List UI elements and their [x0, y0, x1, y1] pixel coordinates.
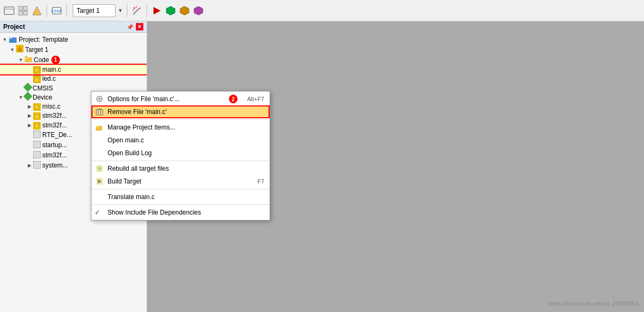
svg-marker-14 [154, 7, 160, 14]
ledc-label: led.c [42, 75, 56, 82]
mainc-label: main.c [42, 66, 61, 73]
expand-system[interactable]: ▶ [26, 163, 33, 168]
tree-code[interactable]: ▼ Code 1 [0, 55, 147, 65]
build-shortcut: F7 [247, 178, 264, 185]
svg-point-11 [133, 7, 135, 9]
svg-marker-17 [194, 6, 203, 15]
stm32f1-label: stm32f... [42, 112, 67, 119]
toolbar-run-icon[interactable] [151, 5, 163, 17]
expand-stm32f2[interactable]: ▶ [26, 123, 33, 128]
mainc-icon: c [33, 65, 41, 74]
svg-rect-5 [24, 11, 27, 15]
menu-item-rebuild[interactable]: ⟳ Rebuild all target files [91, 162, 270, 175]
menu-item-show-include[interactable]: ✓ Show Include File Dependencies [91, 206, 270, 219]
menu-item-manage[interactable]: Manage Project Items... [91, 121, 270, 134]
manage-icon [95, 123, 104, 132]
project-panel-title: Project [3, 23, 25, 31]
stm32f2-icon: c [33, 121, 41, 130]
tree-mainc[interactable]: c main.c [0, 65, 147, 74]
panel-controls: 📌 ✕ [126, 23, 143, 31]
startup-icon [33, 141, 41, 150]
miscc-icon: c [33, 102, 41, 111]
svg-rect-19 [9, 37, 12, 39]
svg-rect-33 [96, 126, 98, 127]
expand-stm32f1[interactable]: ▶ [26, 113, 33, 118]
svg-point-12 [136, 6, 137, 7]
svg-rect-3 [24, 6, 27, 10]
rtede-icon [33, 131, 41, 140]
svg-marker-24 [25, 56, 28, 57]
target-dropdown[interactable]: Target 1 [73, 4, 116, 17]
svg-point-13 [133, 10, 134, 11]
project-panel: Project 📌 ✕ ▼ Project: Template [0, 21, 147, 312]
project-panel-header: Project 📌 ✕ [0, 21, 147, 33]
build-label: Build Target [108, 178, 141, 185]
device-icon [25, 93, 31, 101]
context-menu: Options for File 'main.c'... Alt+F7 2 Re… [91, 91, 270, 220]
expand-miscc[interactable]: ▶ [26, 104, 33, 109]
menu-item-open-log[interactable]: Open Build Log [91, 147, 270, 159]
toolbar-extra-icon[interactable] [193, 5, 204, 17]
system-label: system... [42, 162, 68, 169]
options-icon [95, 94, 104, 104]
stm32f3-label: stm32f... [42, 151, 67, 159]
expand-target1[interactable]: ▼ [9, 47, 16, 52]
menu-item-translate[interactable]: Translate main.c [91, 191, 270, 203]
open-label: Open main.c [108, 136, 144, 144]
svg-marker-16 [180, 6, 189, 15]
svg-text:⟳: ⟳ [98, 166, 102, 171]
expand-code[interactable]: ▼ [17, 57, 25, 63]
manage-label: Manage Project Items... [108, 124, 175, 131]
target1-icon [16, 45, 24, 54]
tree-ledc[interactable]: c led.c [0, 74, 147, 84]
rebuild-label: Rebuild all target files [108, 165, 169, 172]
toolbar-magic-icon[interactable] [131, 5, 143, 17]
close-panel-button[interactable]: ✕ [136, 23, 143, 31]
menu-item-open[interactable]: Open main.c [91, 134, 270, 147]
tree-root[interactable]: ▼ Project: Template [0, 35, 147, 44]
main-layout: Project 📌 ✕ ▼ Project: Template [0, 21, 644, 312]
build-icon [95, 177, 104, 186]
toolbar-sep-1 [47, 4, 47, 17]
svg-rect-0 [4, 7, 14, 14]
expand-root[interactable]: ▼ [1, 37, 9, 42]
annotation-badge-2: 2 [229, 95, 237, 103]
svg-rect-4 [19, 11, 22, 15]
expand-rtede [26, 132, 33, 138]
cmsis-label: CMSIS [33, 85, 53, 92]
svg-line-9 [133, 9, 139, 14]
checkmark-icon: ✓ [95, 209, 100, 216]
svg-marker-6 [33, 6, 41, 15]
system-icon [33, 161, 41, 170]
menu-sep-4 [91, 204, 270, 205]
open-log-icon [95, 148, 104, 158]
stm32f3-icon [33, 151, 41, 160]
ledc-icon: c [33, 75, 41, 83]
toolbar-stop-icon[interactable] [165, 5, 177, 17]
toolbar-icon-3[interactable] [31, 5, 43, 17]
expand-ledc [26, 76, 33, 81]
stm32f1-icon: c [33, 112, 41, 120]
code-folder-icon [25, 55, 32, 64]
menu-sep-2 [91, 161, 270, 161]
menu-item-build[interactable]: Build Target F7 [91, 175, 270, 188]
toolbar-icon-2[interactable] [17, 5, 29, 17]
target-area[interactable]: Target 1 ▼ [73, 4, 123, 17]
toolbar-icon-4[interactable]: LOAD [51, 5, 63, 17]
toolbar-step-icon[interactable] [179, 5, 190, 17]
options-shortcut: Alt+F7 [236, 96, 264, 102]
toolbar-icon-1[interactable] [3, 5, 15, 17]
miscc-label: misc.c [42, 103, 60, 110]
device-label: Device [33, 94, 52, 101]
annotation-badge-1: 1 [51, 56, 60, 64]
remove-icon [95, 107, 104, 117]
menu-item-remove[interactable]: Remove File 'main.c' [91, 105, 270, 118]
open-log-label: Open Build Log [108, 149, 152, 157]
show-include-label: Show Include File Dependencies [108, 209, 201, 216]
dropdown-arrow-btn[interactable]: ▼ [118, 7, 123, 13]
pin-button[interactable]: 📌 [126, 23, 134, 31]
code-label: Code [34, 56, 49, 64]
menu-item-options[interactable]: Options for File 'main.c'... Alt+F7 2 [91, 93, 270, 105]
tree-target1[interactable]: ▼ Target 1 [0, 44, 147, 55]
expand-mainc [26, 67, 33, 72]
